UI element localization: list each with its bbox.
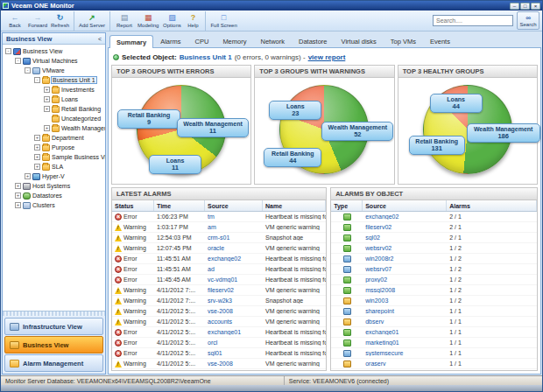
toolbar-button[interactable]: Back: [4, 11, 26, 31]
alarm-source-link[interactable]: fileserv02: [208, 287, 234, 293]
tree-item[interactable]: + Wealth Management: [3, 123, 105, 133]
tree-item[interactable]: - Virtual Machines: [3, 56, 105, 66]
alarm-row[interactable]: Warning 4/11/2012 7:... fileserv02 VM ge…: [112, 285, 326, 296]
close-button[interactable]: ×: [531, 3, 540, 10]
alarm-row[interactable]: Error 1:06:23 PM tm Heartbeat is missing…: [112, 212, 326, 222]
alarm-row[interactable]: Error 11:45:45 AM vc-vdmg01 Heartbeat is…: [112, 275, 326, 285]
tree-item[interactable]: + Host Systems: [3, 181, 105, 191]
alarm-row[interactable]: Error 11:45:51 AM ad Heartbeat is missin…: [112, 264, 326, 275]
column-header[interactable]: Alarms: [447, 200, 537, 211]
tree-expand-toggle[interactable]: +: [34, 164, 40, 170]
tree-item[interactable]: + Loans: [3, 94, 105, 104]
toolbar-button[interactable]: Forward: [26, 11, 49, 31]
alarm-source-link[interactable]: ad: [208, 266, 215, 272]
column-header[interactable]: Type: [331, 200, 363, 211]
view-report-link[interactable]: view report: [308, 53, 346, 61]
column-header[interactable]: Time: [154, 200, 205, 211]
toolbar-button[interactable]: Add Server: [77, 11, 110, 31]
tab[interactable]: Top VMs: [384, 34, 423, 47]
alarm-source-link[interactable]: accounts: [208, 318, 232, 325]
object-row[interactable]: sharepoint 1 / 1: [331, 306, 537, 317]
tree-expand-toggle[interactable]: +: [44, 87, 50, 93]
alarm-source-link[interactable]: am: [208, 224, 216, 230]
toolbar-button[interactable]: Options: [160, 11, 183, 31]
object-row[interactable]: fileserv02 2 / 1: [331, 222, 537, 233]
toolbar-button[interactable]: Help: [183, 11, 206, 31]
alarm-source-link[interactable]: exchange02: [208, 256, 241, 262]
object-row[interactable]: win2003 1 / 2: [331, 296, 537, 306]
tree-expand-toggle[interactable]: +: [34, 144, 40, 150]
maximize-button[interactable]: □: [520, 3, 530, 10]
alarm-row[interactable]: Warning 12:07:45 PM oracle VM generic wa…: [112, 243, 326, 254]
tree-expand-toggle[interactable]: +: [34, 154, 40, 160]
tree-expand-toggle[interactable]: +: [34, 135, 40, 141]
tree-expand-toggle[interactable]: -: [5, 48, 11, 54]
tree-expand-toggle[interactable]: +: [15, 202, 21, 208]
object-source-link[interactable]: win2008r2: [365, 256, 393, 262]
object-row[interactable]: oraserv 1 / 1: [331, 359, 537, 369]
object-row[interactable]: exchange01 1 / 1: [331, 327, 537, 338]
toolbar-button[interactable]: Refresh: [49, 11, 74, 31]
toolbar-button[interactable]: Modeling: [136, 11, 160, 31]
tree-item[interactable]: - VMware: [3, 66, 105, 75]
tab[interactable]: Summary: [109, 35, 153, 48]
alarm-row[interactable]: Error 11:45:51 AM exchange02 Heartbeat i…: [112, 254, 326, 264]
alarm-source-link[interactable]: oracle: [208, 245, 224, 251]
tab[interactable]: Events: [423, 34, 457, 47]
tab[interactable]: Virtual disks: [335, 34, 384, 47]
alarm-row[interactable]: Error 4/11/2012 5:... exchange01 Heartbe…: [112, 327, 326, 338]
tree-expand-toggle[interactable]: +: [25, 173, 31, 179]
object-source-link[interactable]: websrv02: [365, 245, 391, 251]
collapse-sidebar-icon[interactable]: <: [98, 36, 102, 42]
alarm-source-link[interactable]: sql01: [208, 350, 222, 356]
view-switcher-button[interactable]: Infrastructure View: [4, 318, 103, 335]
tree-item[interactable]: - Business View: [3, 46, 105, 56]
object-source-link[interactable]: oraserv: [365, 360, 385, 367]
object-row[interactable]: proxy02 1 / 2: [331, 275, 537, 285]
alarm-row[interactable]: Error 4/11/2012 5:... sql01 Heartbeat is…: [112, 348, 326, 359]
search-input[interactable]: [433, 15, 513, 26]
alarm-row[interactable]: Warning 4/11/2012 5:... vse-2008 VM gene…: [112, 306, 326, 317]
tree-expand-toggle[interactable]: +: [15, 192, 21, 199]
tree-item[interactable]: + Retail Banking: [3, 104, 105, 114]
tree-expand-toggle[interactable]: -: [25, 67, 31, 74]
object-row[interactable]: dbserv 1 / 1: [331, 317, 537, 327]
column-header[interactable]: Source: [205, 200, 263, 211]
object-source-link[interactable]: sql02: [365, 234, 380, 241]
object-row[interactable]: marketing01 1 / 1: [331, 338, 537, 348]
object-row[interactable]: exchange02 2 / 1: [331, 212, 537, 222]
object-row[interactable]: sql02 2 / 1: [331, 233, 537, 243]
search-button[interactable]: ∞ Search: [517, 11, 539, 30]
tab[interactable]: CPU: [188, 34, 216, 47]
tree-expand-toggle[interactable]: +: [44, 106, 50, 112]
tab[interactable]: Datastore: [292, 34, 335, 47]
column-header[interactable]: Source: [363, 200, 447, 211]
alarm-source-link[interactable]: srv-w2k3: [208, 298, 232, 304]
object-source-link[interactable]: sharepoint: [365, 308, 394, 314]
alarm-source-link[interactable]: vse-2008: [208, 360, 233, 367]
object-row[interactable]: mssql2008 1 / 2: [331, 285, 537, 296]
tab[interactable]: Alarms: [153, 34, 187, 47]
tree-item[interactable]: + SLA: [3, 162, 105, 172]
alarm-row[interactable]: Warning 4/11/2012 5:... vse-2008 VM gene…: [112, 359, 326, 369]
object-source-link[interactable]: exchange02: [365, 214, 398, 220]
tree-item[interactable]: + Department: [3, 133, 105, 143]
alarm-source-link[interactable]: orcl: [208, 340, 217, 346]
tree-item[interactable]: + Investments: [3, 85, 105, 94]
column-header[interactable]: Name: [263, 200, 326, 211]
object-source-link[interactable]: websrv07: [365, 266, 391, 272]
object-source-link[interactable]: marketing01: [365, 340, 399, 346]
alarm-row[interactable]: Warning 12:54:03 PM crm-s01 Snapshot age: [112, 233, 326, 243]
tree-item[interactable]: + Datastores: [3, 191, 105, 200]
alarm-row[interactable]: Warning 1:03:17 PM am VM generic warning: [112, 222, 326, 233]
alarm-source-link[interactable]: vc-vdmg01: [208, 276, 237, 283]
object-source-link[interactable]: systemsecure: [365, 350, 403, 356]
tree-item[interactable]: + Clusters: [3, 200, 105, 210]
object-row[interactable]: websrv07 1 / 2: [331, 264, 537, 275]
view-switcher-button[interactable]: Alarm Management: [4, 354, 103, 372]
object-source-link[interactable]: mssql2008: [365, 287, 395, 293]
tab[interactable]: Network: [253, 34, 292, 47]
alarm-row[interactable]: Warning 4/11/2012 5:... accounts VM gene…: [112, 317, 326, 327]
object-source-link[interactable]: proxy02: [365, 276, 387, 283]
alarm-source-link[interactable]: exchange01: [208, 329, 241, 335]
